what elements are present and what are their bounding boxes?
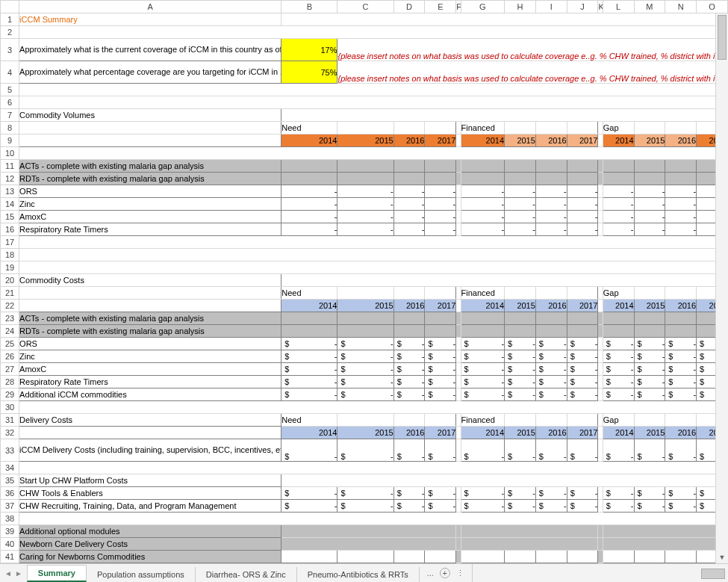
value-cell[interactable] [634,563,665,564]
row-header[interactable]: 36 [1,487,19,500]
cell[interactable] [567,160,598,173]
cell[interactable] [665,414,697,427]
value-cell[interactable]: - [567,363,598,376]
value-cell[interactable]: - [634,338,665,350]
row-label[interactable]: AmoxC [19,363,281,376]
value-cell[interactable] [393,551,425,563]
row-label[interactable]: Caring for Newborns Training [19,563,281,564]
row-label[interactable]: RDTs - complete with existing malaria ga… [19,325,281,338]
value-cell[interactable]: - [634,376,665,388]
row-header[interactable]: 42 [1,563,19,564]
value-cell[interactable]: - [461,487,505,500]
cell[interactable] [425,414,456,427]
row-header[interactable]: 4 [1,61,19,84]
cell[interactable] [634,173,665,185]
value-cell[interactable]: - [567,500,598,513]
value-cell[interactable]: - [505,388,536,401]
value-cell[interactable]: - [425,338,456,350]
value-cell[interactable]: - [461,388,505,401]
value-cell[interactable]: - [337,185,393,198]
year-header[interactable]: 2015 [634,300,665,312]
value-cell[interactable] [535,563,567,564]
scroll-thumb[interactable] [718,15,727,60]
value-cell[interactable] [337,563,393,564]
row-label[interactable]: CHW Tools & Enablers [19,487,281,500]
value-cell[interactable] [425,551,456,563]
year-header[interactable]: 2014 [281,300,337,312]
cell[interactable] [281,325,337,338]
value-cell[interactable]: - [461,439,505,462]
cell[interactable] [393,414,425,427]
value-cell[interactable]: - [603,500,634,513]
add-sheet-button[interactable]: + [440,568,450,578]
row-header[interactable]: 34 [1,462,19,474]
cell[interactable] [393,287,425,300]
value-cell[interactable]: - [535,388,567,401]
cell[interactable] [634,160,665,173]
row-header[interactable]: 35 [1,474,19,487]
cell[interactable] [603,173,634,185]
row-header[interactable]: 30 [1,401,19,414]
value-cell[interactable]: - [634,500,665,513]
table-row[interactable]: 42 Caring for Newborns Training [1,563,728,564]
cell[interactable] [567,414,598,427]
value-cell[interactable]: - [505,185,536,198]
value-cell[interactable]: - [337,223,393,236]
value-cell[interactable] [535,551,567,563]
value-cell[interactable]: - [337,388,393,401]
question-value[interactable]: 75% [281,61,337,84]
cell[interactable] [281,525,456,538]
cell[interactable] [665,173,697,185]
col-header[interactable]: J [567,1,598,13]
row-label[interactable]: RDTs - complete with existing malaria ga… [19,173,281,185]
value-cell[interactable]: - [603,198,634,211]
year-header[interactable]: 2015 [337,134,393,147]
cell[interactable] [281,13,728,26]
row-header[interactable]: 3 [1,39,19,61]
value-cell[interactable]: - [567,350,598,363]
year-header[interactable]: 2016 [665,427,697,439]
row-header[interactable]: 1 [1,13,19,26]
cell[interactable] [19,427,281,439]
value-cell[interactable]: - [281,500,337,513]
table-row[interactable]: 25 ORS ---- ---- ---- [1,338,728,350]
value-cell[interactable]: - [603,487,634,500]
cell[interactable] [337,312,393,325]
section-heading[interactable]: Start Up CHW Platform Costs [19,474,281,487]
year-header[interactable]: 2017 [567,134,598,147]
group-header-financed[interactable]: Financed [461,287,505,300]
cell[interactable] [281,274,728,287]
cell[interactable] [19,147,728,160]
value-cell[interactable]: - [425,363,456,376]
value-cell[interactable]: - [603,363,634,376]
value-cell[interactable]: - [461,338,505,350]
value-cell[interactable]: - [425,350,456,363]
cell[interactable] [337,287,393,300]
col-header[interactable]: I [535,1,567,13]
column-header-row[interactable]: A B C D E F G H I J K L M N O [1,1,728,13]
group-header-gap[interactable]: Gap [603,287,634,300]
value-cell[interactable]: - [505,500,536,513]
cell[interactable] [19,96,728,109]
col-header[interactable]: C [337,1,393,13]
value-cell[interactable]: - [281,363,337,376]
row-header[interactable]: 5 [1,84,19,96]
cell[interactable] [19,236,728,249]
cell[interactable] [665,287,697,300]
cell[interactable] [665,325,697,338]
value-cell[interactable]: - [505,439,536,462]
row-header[interactable]: 24 [1,325,19,338]
row-label[interactable]: ORS [19,185,281,198]
value-cell[interactable] [393,563,425,564]
row-label[interactable]: ACTs - complete with existing malaria ga… [19,312,281,325]
more-tabs-label[interactable]: ... [427,569,434,578]
row-header[interactable]: 33 [1,439,19,462]
cell[interactable] [567,312,598,325]
cell[interactable] [337,160,393,173]
group-header-need[interactable]: Need [281,122,337,134]
tab-nav-next-icon[interactable]: ► [15,569,22,578]
row-label[interactable]: Caring for Newborns Commodities [19,551,281,563]
year-header[interactable]: 2014 [603,300,634,312]
year-header[interactable]: 2016 [393,300,425,312]
group-header-financed[interactable]: Financed [461,122,505,134]
